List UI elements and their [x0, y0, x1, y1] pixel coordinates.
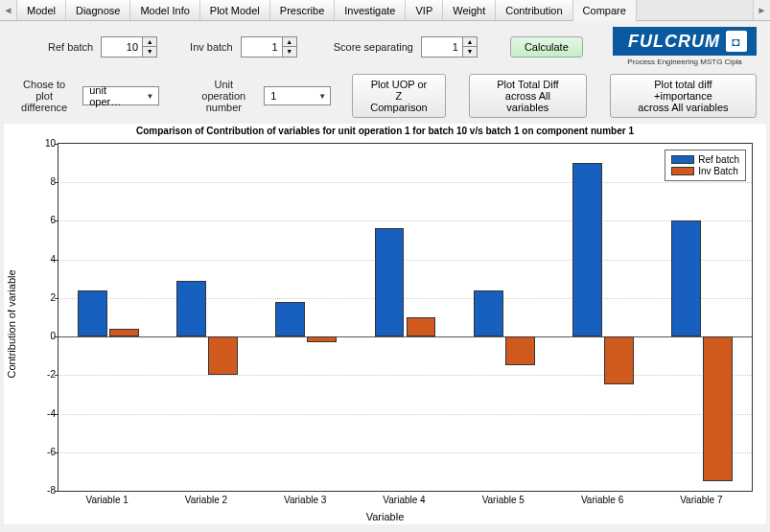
- calculate-button[interactable]: Calculate: [510, 36, 583, 58]
- legend-label-ref: Ref batch: [698, 154, 739, 165]
- tab-investigate[interactable]: Investigate: [335, 0, 406, 20]
- tab-scroll-right[interactable]: ►: [753, 0, 770, 20]
- x-tick: Variable 4: [383, 495, 425, 505]
- bar-inv: [407, 317, 436, 336]
- ref-batch-up[interactable]: ▲: [143, 37, 156, 47]
- logo-subtitle: Process Engineering MSTG Cipla: [627, 58, 742, 66]
- tab-model[interactable]: Model: [17, 0, 66, 20]
- chart-area: Comparison of Contribution of variables …: [4, 124, 766, 524]
- chart-title: Comparison of Contribution of variables …: [4, 124, 766, 136]
- y-tick: 2: [38, 291, 56, 302]
- x-tick: Variable 7: [680, 495, 722, 505]
- y-tick: -6: [38, 446, 56, 456]
- controls-row-2: Chose to plot difference unit oper… Unit…: [0, 72, 770, 124]
- y-tick: -8: [38, 485, 56, 496]
- bar-ref: [275, 302, 305, 336]
- controls-row-1: Ref batch ▲▼ Inv batch ▲▼ Score separati…: [0, 21, 770, 72]
- legend-label-inv: Inv Batch: [698, 166, 738, 176]
- legend: Ref batch Inv Batch: [665, 150, 746, 181]
- bar-ref: [78, 290, 107, 336]
- bar-inv: [109, 329, 139, 336]
- y-tick: 0: [38, 331, 56, 341]
- score-sep-up[interactable]: ▲: [463, 37, 477, 47]
- bar-inv: [505, 336, 535, 365]
- legend-swatch-ref: [671, 155, 694, 164]
- score-sep-spinner[interactable]: ▲▼: [421, 36, 478, 58]
- bar-ref: [176, 281, 206, 336]
- x-tick: Variable 6: [581, 495, 623, 505]
- y-tick: 10: [38, 138, 56, 149]
- x-axis-label: Variable: [366, 511, 405, 522]
- score-sep-down[interactable]: ▼: [463, 47, 477, 57]
- y-tick: -2: [38, 369, 56, 380]
- bar-inv: [604, 336, 634, 384]
- chose-plot-select[interactable]: unit oper…: [82, 86, 158, 105]
- y-tick: -4: [38, 407, 56, 418]
- plot: Ref batch Inv Batch: [58, 143, 753, 492]
- bar-inv: [307, 336, 337, 342]
- ref-batch-down[interactable]: ▼: [143, 47, 156, 57]
- ref-batch-label: Ref batch: [48, 41, 93, 53]
- x-tick: Variable 5: [482, 495, 525, 505]
- plot-total-diff-button[interactable]: Plot Total Diff across All variables: [469, 74, 587, 118]
- tab-weight[interactable]: Weight: [443, 0, 496, 20]
- inv-batch-input[interactable]: [241, 36, 283, 58]
- tab-contribution[interactable]: Contribution: [496, 0, 572, 20]
- y-tick: 4: [38, 253, 56, 264]
- inv-batch-spinner[interactable]: ▲▼: [241, 36, 297, 58]
- tab-prescribe[interactable]: Prescribe: [270, 0, 335, 20]
- tab-plot-model[interactable]: Plot Model: [200, 0, 270, 20]
- plot-uop-button[interactable]: Plot UOP or Z Comparison: [352, 74, 446, 118]
- x-tick: Variable 2: [185, 495, 227, 505]
- bar-inv: [208, 336, 238, 375]
- bar-ref: [572, 163, 602, 336]
- score-sep-input[interactable]: [421, 36, 463, 58]
- ref-batch-input[interactable]: [101, 36, 143, 58]
- inv-batch-up[interactable]: ▲: [283, 37, 296, 47]
- tab-vip[interactable]: VIP: [406, 0, 443, 20]
- plot-total-diff-imp-button[interactable]: Plot total diff +importance across All v…: [610, 74, 757, 118]
- chose-plot-label: Chose to plot difference: [13, 79, 75, 113]
- legend-swatch-inv: [671, 167, 694, 175]
- tab-scroll-left[interactable]: ◄: [0, 0, 17, 20]
- tab-compare[interactable]: Compare: [573, 0, 637, 21]
- inv-batch-label: Inv batch: [190, 41, 233, 53]
- y-axis-label: Contribution of variable: [6, 269, 17, 378]
- logo: FULCRUM◘ Process Engineering MSTG Cipla: [613, 27, 757, 66]
- tab-bar: ◄ ModelDiagnoseModel InfoPlot ModelPresc…: [0, 0, 770, 21]
- logo-icon: ◘: [726, 31, 747, 52]
- bar-ref: [474, 290, 503, 336]
- uop-num-label: Unit operation number: [191, 79, 256, 113]
- tab-diagnose[interactable]: Diagnose: [66, 0, 130, 20]
- y-tick: 8: [38, 176, 56, 187]
- x-tick: Variable 1: [85, 495, 128, 505]
- bar-ref: [375, 228, 405, 336]
- y-tick: 6: [38, 215, 56, 225]
- logo-text: FULCRUM: [628, 32, 720, 52]
- uop-num-select[interactable]: 1: [264, 86, 331, 105]
- x-tick: Variable 3: [284, 495, 326, 505]
- score-sep-label: Score separating: [334, 41, 413, 53]
- bar-ref: [671, 220, 701, 336]
- ref-batch-spinner[interactable]: ▲▼: [101, 36, 157, 58]
- uop-num-value: 1: [270, 90, 276, 102]
- inv-batch-down[interactable]: ▼: [283, 47, 296, 57]
- bar-inv: [703, 336, 733, 481]
- chose-plot-value: unit oper…: [89, 84, 140, 107]
- tab-model-info[interactable]: Model Info: [130, 0, 199, 20]
